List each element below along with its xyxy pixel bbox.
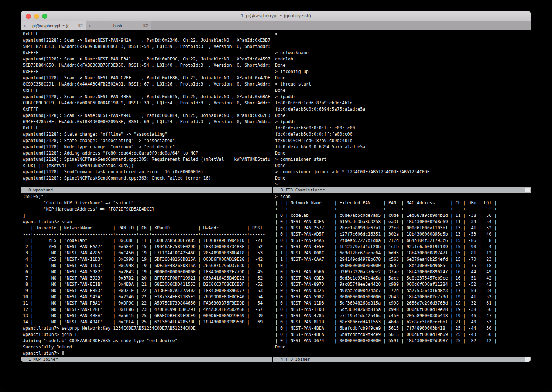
ftd-joiner-scan-text: > scan | J | Network Name | Extended PAN… — [273, 193, 531, 350]
pane-caption-ftd-commissioner-label: 3 FTD Commissioner — [281, 188, 325, 192]
pane-activity-indicator — [525, 357, 530, 362]
pane-ftd-commissioner[interactable]: > > networkname codelab Done > ifconfig … — [273, 30, 531, 193]
window-title: 1. pi@raspberrypi: ~ (gnubby-ssh) — [241, 13, 311, 18]
tab-ssh-close-icon[interactable]: × — [24, 24, 28, 28]
screen-background: { "window": { "title": "1. pi@raspberryp… — [0, 0, 552, 392]
pane-ncp-joiner-body: :55:05)" "Config:NCP:DriverName" => "spi… — [21, 193, 272, 357]
pane-caption-ncp-joiner: 1 NCP Joiner — [21, 357, 272, 362]
pane-activity-indicator — [525, 188, 530, 192]
tab-bash-label: bash — [93, 24, 142, 28]
wpanctl-prompt-line[interactable]: wpanctl:utun7> — [21, 350, 272, 357]
close-window-button[interactable] — [26, 14, 31, 19]
pane-caption-ftd-joiner: 4 FTD Joiner — [273, 357, 531, 362]
pane-caption-ftd-commissioner: 3 FTD Commissioner — [273, 187, 531, 193]
pane-caption-wpantund-label: 0 wpantund — [28, 188, 53, 192]
pane-ftd-joiner[interactable]: > scan | J | Network Name | Extended PAN… — [273, 193, 531, 362]
traffic-lights — [26, 14, 47, 19]
pane-caption-ftd-joiner-label: 4 FTD Joiner — [281, 357, 310, 362]
pane-wpantund-body: 0xFFFF wpantund[2128]: Scan -> Name:NEST… — [21, 30, 272, 187]
tab-bash-close-icon[interactable]: × — [89, 24, 93, 28]
top-pane-row: 0xFFFF wpantund[2128]: Scan -> Name:NEST… — [21, 30, 531, 193]
pane-ncp-joiner[interactable]: :55:05)" "Config:NCP:DriverName" => "spi… — [21, 193, 272, 362]
wpantund-log-text: 0xFFFF wpantund[2128]: Scan -> Name:NEST… — [21, 30, 272, 181]
minimize-window-button[interactable] — [34, 14, 39, 19]
pane-ftd-commissioner-body: > > networkname codelab Done > ifconfig … — [273, 30, 531, 187]
pane-wpantund[interactable]: 0xFFFF wpantund[2128]: Scan -> Name:NEST… — [21, 30, 272, 193]
tab-bash-shortcut: ⌘2 — [142, 24, 148, 28]
pane-ftd-joiner-body: > scan | J | Network Name | Extended PAN… — [273, 193, 531, 357]
pane-caption-wpantund: 0 wpantund — [21, 187, 272, 193]
wpanctl-prompt-text: wpanctl:utun7> — [23, 351, 62, 356]
ncp-joiner-cli-text: :55:05)" "Config:NCP:DriverName" => "spi… — [21, 193, 272, 350]
titlebar[interactable]: 1. pi@raspberrypi: ~ (gnubby-ssh) — [21, 11, 531, 21]
terminal-content: 0xFFFF wpantund[2128]: Scan -> Name:NEST… — [21, 30, 531, 362]
tab-ssh-label: pi@raspberrypi: ~ (g... — [28, 24, 77, 28]
terminal-window: 1. pi@raspberrypi: ~ (gnubby-ssh) × pi@r… — [21, 11, 531, 362]
tab-bash[interactable]: × bash ⌘2 — [86, 21, 151, 30]
terminal-cursor — [62, 351, 64, 355]
pane-caption-ncp-joiner-label: 1 NCP Joiner — [28, 357, 58, 362]
ftd-commissioner-cli-text: > > networkname codelab Done > ifconfig … — [273, 30, 531, 187]
tab-ssh-shortcut: ⌘1 — [77, 24, 83, 28]
tab-bar: × pi@raspberrypi: ~ (g... ⌘1 × bash ⌘2 — [21, 21, 531, 30]
zoom-window-button[interactable] — [42, 14, 47, 19]
bottom-pane-row: :55:05)" "Config:NCP:DriverName" => "spi… — [21, 193, 531, 362]
tab-ssh[interactable]: × pi@raspberrypi: ~ (g... ⌘1 — [21, 21, 86, 30]
